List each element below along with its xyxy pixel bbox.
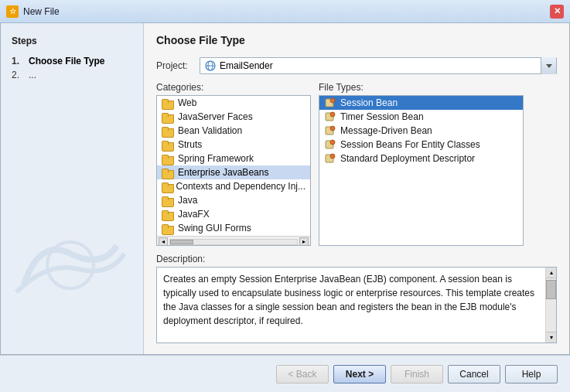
folder-icon-spring bbox=[162, 154, 174, 164]
project-dropdown-left: EmailSender bbox=[205, 60, 273, 71]
desc-scroll-down-btn[interactable]: ▾ bbox=[546, 332, 556, 343]
dropdown-arrow-icon bbox=[546, 64, 552, 68]
filetypes-listbox[interactable]: Session Bean Timer Session Bean bbox=[319, 95, 524, 246]
ft-icon-deployment bbox=[324, 153, 336, 164]
desc-scroll-track[interactable] bbox=[546, 278, 556, 332]
category-cdi[interactable]: Contexts and Dependency Inj... bbox=[157, 179, 310, 193]
new-file-icon: ☆ bbox=[6, 5, 19, 18]
ft-icon-mdb bbox=[324, 125, 336, 136]
categories-list-scroll[interactable]: Web JavaServer Faces Bean Validation bbox=[157, 96, 310, 236]
finish-button[interactable]: Finish bbox=[391, 365, 443, 383]
panel-title: Choose File Type bbox=[156, 34, 557, 46]
hscroll-track[interactable] bbox=[169, 239, 298, 245]
globe-icon bbox=[205, 60, 216, 71]
description-section: Description: Creates an empty Session En… bbox=[156, 254, 557, 343]
main-panel: Choose File Type Project: EmailSender bbox=[144, 23, 569, 354]
dialog-title: New File bbox=[23, 6, 60, 17]
dialog-body: Steps 1. Choose File Type 2. ... Choose … bbox=[0, 23, 570, 355]
project-dropdown[interactable]: EmailSender bbox=[200, 57, 557, 74]
category-spring[interactable]: Spring Framework bbox=[157, 152, 310, 165]
project-row: Project: EmailSender bbox=[156, 57, 557, 74]
steps-header: Steps bbox=[12, 36, 132, 46]
svg-point-13 bbox=[330, 154, 335, 159]
desc-scroll-thumb[interactable] bbox=[546, 280, 556, 299]
filetypes-label: File Types: bbox=[319, 82, 524, 93]
category-beanval[interactable]: Bean Validation bbox=[157, 124, 310, 138]
steps-list: 1. Choose File Type 2. ... bbox=[12, 56, 132, 80]
description-box: Creates an empty Session Enterprise Java… bbox=[156, 267, 557, 343]
title-bar-left: ☆ New File bbox=[6, 5, 60, 18]
description-scrollbar[interactable]: ▴ ▾ bbox=[545, 268, 556, 343]
folder-icon-ejb bbox=[162, 168, 174, 178]
category-swing[interactable]: Swing GUI Forms bbox=[157, 221, 310, 235]
step-label-2: ... bbox=[29, 70, 36, 80]
filetype-mdb[interactable]: Message-Driven Bean bbox=[319, 124, 523, 138]
categories-label: Categories: bbox=[156, 82, 311, 93]
category-java[interactable]: Java bbox=[157, 193, 310, 207]
folder-icon-java bbox=[162, 196, 174, 206]
step-number-2: 2. bbox=[12, 70, 26, 80]
categories-listbox[interactable]: Web JavaServer Faces Bean Validation bbox=[156, 95, 311, 246]
dropdown-arrow-btn[interactable] bbox=[541, 57, 556, 74]
hscroll-thumb[interactable] bbox=[170, 240, 193, 244]
svg-point-5 bbox=[330, 98, 335, 103]
step-label-1: Choose File Type bbox=[29, 56, 104, 66]
folder-icon-struts bbox=[162, 140, 174, 150]
svg-point-0 bbox=[47, 242, 94, 288]
filetype-timer-bean[interactable]: Timer Session Bean bbox=[319, 110, 523, 124]
steps-watermark bbox=[5, 223, 136, 308]
svg-point-9 bbox=[330, 126, 335, 131]
step-item-1: 1. Choose File Type bbox=[12, 56, 132, 66]
categories-filetypes-row: Categories: Web JavaServer Faces bbox=[156, 82, 557, 246]
description-label: Description: bbox=[156, 254, 557, 264]
category-struts[interactable]: Struts bbox=[157, 138, 310, 152]
back-button[interactable]: < Back bbox=[276, 365, 329, 383]
close-button[interactable]: ✕ bbox=[550, 5, 564, 19]
folder-icon-web bbox=[162, 98, 174, 108]
bottom-bar: < Back Next > Finish Cancel Help bbox=[0, 355, 570, 392]
filetypes-list-scroll[interactable]: Session Bean Timer Session Bean bbox=[319, 96, 523, 245]
filetype-session-bean[interactable]: Session Bean bbox=[319, 96, 523, 110]
hscroll-right-btn[interactable]: ▸ bbox=[299, 237, 309, 247]
filetype-session-entity[interactable]: Session Beans For Entity Classes bbox=[319, 138, 523, 152]
categories-section: Categories: Web JavaServer Faces bbox=[156, 82, 311, 246]
svg-point-7 bbox=[330, 112, 335, 117]
category-ejb[interactable]: Enterprise JavaBeans bbox=[157, 165, 310, 179]
title-bar: ☆ New File ✕ bbox=[0, 0, 570, 23]
svg-point-11 bbox=[330, 140, 335, 145]
folder-icon-javafx bbox=[162, 210, 174, 220]
folder-icon-swing bbox=[162, 223, 174, 233]
help-button[interactable]: Help bbox=[505, 365, 558, 383]
ft-icon-entity bbox=[324, 139, 336, 150]
project-value: EmailSender bbox=[220, 60, 273, 71]
folder-icon-beanval bbox=[162, 126, 174, 136]
cancel-button[interactable]: Cancel bbox=[448, 365, 500, 383]
category-web[interactable]: Web bbox=[157, 96, 310, 110]
description-text: Creates an empty Session Enterprise Java… bbox=[157, 268, 545, 343]
hscroll-left-btn[interactable]: ◂ bbox=[159, 237, 168, 247]
category-javafx[interactable]: JavaFX bbox=[157, 207, 310, 221]
filetypes-section: File Types: Session Bean bbox=[319, 82, 524, 246]
step-item-2: 2. ... bbox=[12, 70, 132, 80]
categories-hscroll[interactable]: ◂ ▸ bbox=[157, 236, 310, 246]
next-button[interactable]: Next > bbox=[333, 365, 386, 383]
step-number-1: 1. bbox=[12, 56, 26, 66]
category-jsf[interactable]: JavaServer Faces bbox=[157, 110, 310, 124]
folder-icon-cdi bbox=[162, 182, 172, 192]
folder-icon-jsf bbox=[162, 112, 174, 122]
steps-panel: Steps 1. Choose File Type 2. ... bbox=[1, 23, 144, 354]
ft-icon-timer bbox=[324, 111, 336, 122]
ft-icon-session bbox=[324, 97, 336, 108]
filetype-deployment[interactable]: Standard Deployment Descriptor bbox=[319, 152, 523, 165]
project-label: Project: bbox=[156, 60, 193, 71]
desc-scroll-up-btn[interactable]: ▴ bbox=[546, 268, 556, 278]
